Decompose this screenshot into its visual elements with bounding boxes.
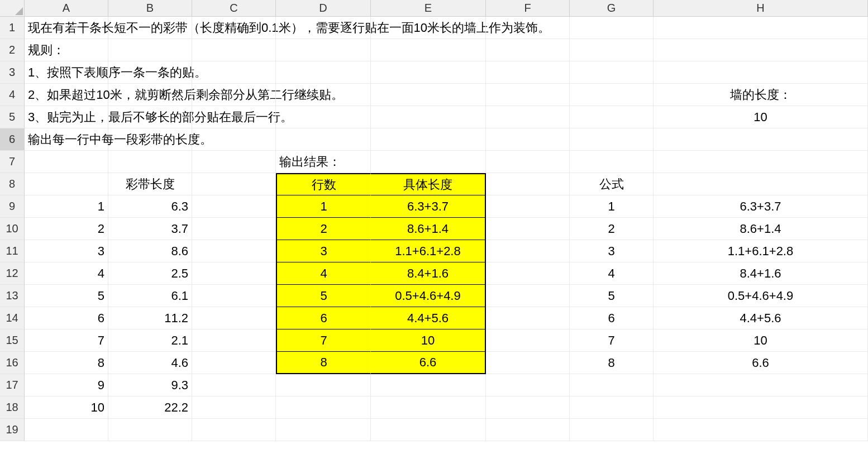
cell-F1[interactable] <box>486 17 570 39</box>
cell-H7[interactable] <box>654 151 868 173</box>
row-header-10[interactable]: 10 <box>0 218 25 240</box>
cell-A17[interactable]: 9 <box>25 374 108 396</box>
col-header-C[interactable]: C <box>192 0 276 17</box>
cell-F10[interactable] <box>486 218 570 240</box>
cell-F4[interactable] <box>486 84 570 106</box>
row-header-7[interactable]: 7 <box>0 151 25 173</box>
cell-D17[interactable] <box>276 374 371 396</box>
cell-G4[interactable] <box>570 84 654 106</box>
cell-B8[interactable]: 彩带长度 <box>108 173 192 195</box>
row-header-18[interactable]: 18 <box>0 396 25 419</box>
cell-E2[interactable] <box>371 39 486 61</box>
cell-B5[interactable] <box>108 106 192 128</box>
cell-F12[interactable] <box>486 262 570 285</box>
cell-H11[interactable]: 1.1+6.1+2.8 <box>654 240 868 262</box>
cell-B12[interactable]: 2.5 <box>108 262 192 285</box>
cell-A4[interactable]: 2、如果超过10米，就剪断然后剩余部分从第二行继续贴。 <box>25 84 108 106</box>
cell-G14[interactable]: 6 <box>570 307 654 329</box>
cell-C9[interactable] <box>192 195 276 218</box>
cell-F17[interactable] <box>486 374 570 396</box>
cell-D14[interactable]: 6 <box>276 307 371 329</box>
row-header-13[interactable]: 13 <box>0 285 25 307</box>
col-header-G[interactable]: G <box>570 0 654 17</box>
cell-H3[interactable] <box>654 61 868 84</box>
row-header-5[interactable]: 5 <box>0 106 25 128</box>
cell-G3[interactable] <box>570 61 654 84</box>
cell-A14[interactable]: 6 <box>25 307 108 329</box>
cell-A2[interactable]: 规则： <box>25 39 108 61</box>
cell-B4[interactable] <box>108 84 192 106</box>
cell-G19[interactable] <box>570 419 654 441</box>
cell-A8[interactable] <box>25 173 108 195</box>
cell-B16[interactable]: 4.6 <box>108 352 192 374</box>
cell-D7[interactable]: 输出结果： <box>276 151 371 173</box>
row-header-6[interactable]: 6 <box>0 128 25 151</box>
cell-G7[interactable] <box>570 151 654 173</box>
cell-A18[interactable]: 10 <box>25 396 108 419</box>
row-header-2[interactable]: 2 <box>0 39 25 61</box>
row-header-4[interactable]: 4 <box>0 84 25 106</box>
cell-D5[interactable] <box>276 106 371 128</box>
cell-A15[interactable]: 7 <box>25 329 108 352</box>
cell-F3[interactable] <box>486 61 570 84</box>
cell-E19[interactable] <box>371 419 486 441</box>
cell-E1[interactable] <box>371 17 486 39</box>
cell-C11[interactable] <box>192 240 276 262</box>
cell-F6[interactable] <box>486 128 570 151</box>
cell-B1[interactable] <box>108 17 192 39</box>
col-header-E[interactable]: E <box>371 0 486 17</box>
cell-D1[interactable] <box>276 17 371 39</box>
cell-H9[interactable]: 6.3+3.7 <box>654 195 868 218</box>
cell-G9[interactable]: 1 <box>570 195 654 218</box>
cell-F18[interactable] <box>486 396 570 419</box>
cell-C12[interactable] <box>192 262 276 285</box>
cell-E13[interactable]: 0.5+4.6+4.9 <box>371 285 486 307</box>
cell-C15[interactable] <box>192 329 276 352</box>
cell-E9[interactable]: 6.3+3.7 <box>371 195 486 218</box>
cell-H18[interactable] <box>654 396 868 419</box>
cell-D15[interactable]: 7 <box>276 329 371 352</box>
cell-F7[interactable] <box>486 151 570 173</box>
cell-D12[interactable]: 4 <box>276 262 371 285</box>
cell-A6[interactable]: 输出每一行中每一段彩带的长度。 <box>25 128 108 151</box>
cell-E4[interactable] <box>371 84 486 106</box>
cell-F9[interactable] <box>486 195 570 218</box>
row-header-9[interactable]: 9 <box>0 195 25 218</box>
cell-G1[interactable] <box>570 17 654 39</box>
cell-D10[interactable]: 2 <box>276 218 371 240</box>
cell-C4[interactable] <box>192 84 276 106</box>
cell-B7[interactable] <box>108 151 192 173</box>
cell-C19[interactable] <box>192 419 276 441</box>
cell-E8[interactable]: 具体长度 <box>371 173 486 195</box>
col-header-D[interactable]: D <box>276 0 371 17</box>
cell-E11[interactable]: 1.1+6.1+2.8 <box>371 240 486 262</box>
cell-C3[interactable] <box>192 61 276 84</box>
cell-E16[interactable]: 6.6 <box>371 352 486 374</box>
cell-E17[interactable] <box>371 374 486 396</box>
cell-G6[interactable] <box>570 128 654 151</box>
cell-E12[interactable]: 8.4+1.6 <box>371 262 486 285</box>
cell-H1[interactable] <box>654 17 868 39</box>
cell-G5[interactable] <box>570 106 654 128</box>
cell-B13[interactable]: 6.1 <box>108 285 192 307</box>
cell-D4[interactable] <box>276 84 371 106</box>
cell-A12[interactable]: 4 <box>25 262 108 285</box>
cell-C14[interactable] <box>192 307 276 329</box>
cell-B14[interactable]: 11.2 <box>108 307 192 329</box>
row-header-16[interactable]: 16 <box>0 352 25 374</box>
cell-F11[interactable] <box>486 240 570 262</box>
row-header-12[interactable]: 12 <box>0 262 25 285</box>
cell-D16[interactable]: 8 <box>276 352 371 374</box>
cell-C8[interactable] <box>192 173 276 195</box>
cell-G16[interactable]: 8 <box>570 352 654 374</box>
cell-E7[interactable] <box>371 151 486 173</box>
cell-C7[interactable] <box>192 151 276 173</box>
cell-F13[interactable] <box>486 285 570 307</box>
row-header-8[interactable]: 8 <box>0 173 25 195</box>
cell-D3[interactable] <box>276 61 371 84</box>
cell-B2[interactable] <box>108 39 192 61</box>
cell-E3[interactable] <box>371 61 486 84</box>
row-header-15[interactable]: 15 <box>0 329 25 352</box>
col-header-F[interactable]: F <box>486 0 570 17</box>
cell-B11[interactable]: 8.6 <box>108 240 192 262</box>
